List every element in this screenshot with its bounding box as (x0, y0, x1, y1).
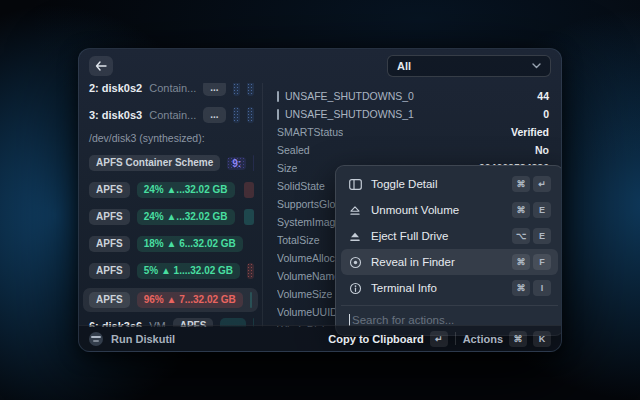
disk-list-sidebar: 2: disk0s2 Contain... ... 3: disk0s3 Con… (79, 83, 263, 327)
list-item-apfs-volume-selected[interactable]: APFS 96% ▲ 7...32.02 GB (83, 288, 258, 312)
list-item-apfs-volume-4[interactable]: APFS 5% ▲ 1....32.02 GB (89, 261, 254, 281)
marker-bar (277, 109, 279, 120)
detail-label: UNSAFE_SHUTDOWNS_0 (285, 90, 414, 102)
fs-type-badge: APFS (89, 182, 130, 199)
filter-dropdown-value: All (397, 60, 411, 72)
marker-bar (277, 91, 279, 102)
window-footer: Run Diskutil Copy to Clipboard ↵ Actions… (79, 325, 561, 351)
truncated-badge: ... (203, 83, 225, 96)
key-cmd: ⌘ (512, 176, 530, 192)
menu-item-label: Toggle Detail (371, 178, 437, 190)
key-return: ↵ (430, 331, 448, 347)
key-k: K (533, 331, 551, 347)
back-arrow-icon (95, 61, 107, 71)
info-icon (348, 281, 362, 295)
key-cmd: ⌘ (512, 254, 530, 270)
pattern-badge (253, 155, 254, 171)
usage-badge: 24% ▲...32.02 GB (137, 182, 235, 199)
menu-item-label: Terminal Info (371, 282, 437, 294)
detail-value: 44 (537, 90, 549, 102)
key-i: I (533, 280, 551, 296)
detail-label: UNSAFE_SHUTDOWNS_1 (285, 108, 414, 120)
list-item-apfs-volume-2[interactable]: APFS 24% ▲...32.02 GB (89, 207, 254, 227)
scheme-badge: APFS Container Scheme (89, 155, 220, 172)
detail-label: SolidState (277, 180, 325, 192)
mini-badge (250, 292, 252, 308)
menu-item-reveal-in-finder[interactable]: Reveal in Finder ⌘ F (341, 249, 558, 275)
usage-badge: 24% ▲...32.02 GB (137, 209, 235, 226)
actions-menu: Toggle Detail ⌘ ↵ Unmount Volume ⌘ E Eje… (335, 165, 562, 336)
section-header-dev-disk3: /dev/disk3 (synthesized): (89, 132, 254, 144)
menu-item-label: Unmount Volume (371, 204, 459, 216)
detail-label: VolumeSize (277, 288, 332, 300)
count-tag: 9: (227, 157, 246, 170)
detail-row: UNSAFE_SHUTDOWNS_0 44 (277, 87, 549, 105)
key-e: E (533, 228, 551, 244)
usage-badge: 18% ▲ 6...32.02 GB (137, 236, 243, 253)
key-option: ⌥ (512, 228, 530, 244)
actions-button-label: Actions (463, 333, 503, 345)
detail-row: UNSAFE_SHUTDOWNS_1 0 (277, 105, 549, 123)
eject-icon (348, 203, 362, 217)
back-button[interactable] (89, 56, 113, 76)
detail-label: VolumeName (277, 270, 340, 282)
detail-label: VolumeUUID (277, 306, 338, 318)
primary-action-label: Copy to Clipboard (328, 333, 423, 345)
mini-badge (244, 182, 254, 198)
pattern-badge (247, 263, 254, 279)
detail-value: Verified (511, 126, 549, 138)
copy-to-clipboard-button[interactable]: Copy to Clipboard ↵ (328, 331, 447, 347)
menu-item-label: Eject Full Drive (371, 230, 448, 242)
menu-item-terminal-info[interactable]: Terminal Info ⌘ I (341, 275, 558, 301)
detail-row: SMARTStatus Verified (277, 123, 549, 141)
list-item-apfs-container-scheme[interactable]: APFS Container Scheme 9: (89, 153, 254, 173)
usage-badge: 5% ▲ 1....32.02 GB (137, 263, 240, 280)
detail-label: Size (277, 162, 297, 174)
fs-type-badge: APFS (89, 292, 130, 309)
mini-badge (244, 209, 254, 225)
list-item-apfs-volume-3[interactable]: APFS 18% ▲ 6...32.02 GB (89, 234, 254, 254)
list-item-apfs-volume-1[interactable]: APFS 24% ▲...32.02 GB (89, 180, 254, 200)
pattern-badge (247, 107, 254, 123)
footer-divider (455, 332, 456, 345)
detail-value: No (535, 144, 549, 156)
fs-type-badge: APFS (89, 209, 130, 226)
key-return: ↵ (533, 176, 551, 192)
diskutil-app-icon (89, 332, 103, 346)
detail-label: Sealed (277, 144, 310, 156)
disk-title: 2: disk0s2 (89, 83, 142, 94)
menu-item-unmount-volume[interactable]: Unmount Volume ⌘ E (341, 197, 558, 223)
list-item-disk0s2[interactable]: 2: disk0s2 Contain... ... (89, 83, 254, 98)
disk-subtitle: Contain... (149, 109, 196, 121)
usage-badge-critical: 96% ▲ 7...32.02 GB (137, 292, 243, 309)
key-e: E (533, 202, 551, 218)
detail-row: Sealed No (277, 141, 549, 159)
window-header: All (79, 49, 561, 83)
pattern-badge (233, 107, 240, 123)
menu-item-toggle-detail[interactable]: Toggle Detail ⌘ ↵ (341, 171, 558, 197)
list-item-disk0s3[interactable]: 3: disk0s3 Contain... ... (89, 105, 254, 125)
detail-label: SystemImage (277, 216, 341, 228)
pattern-badge (233, 83, 240, 96)
eye-icon (348, 255, 362, 269)
key-cmd: ⌘ (512, 202, 530, 218)
detail-value: 0 (543, 108, 549, 120)
detail-label: TotalSize (277, 234, 320, 246)
truncated-badge: ... (203, 107, 225, 124)
actions-button[interactable]: Actions ⌘ K (463, 331, 551, 347)
command-label: Run Diskutil (111, 333, 175, 345)
pattern-badge (247, 83, 254, 96)
raycast-window: All 2: disk0s2 Contain... ... 3: disk0s3… (78, 48, 562, 352)
key-f: F (533, 254, 551, 270)
fs-type-badge: APFS (89, 263, 130, 280)
chevron-down-icon (532, 63, 541, 69)
menu-item-eject-full-drive[interactable]: Eject Full Drive ⌥ E (341, 223, 558, 249)
disk-subtitle: Contain... (149, 83, 196, 94)
key-cmd: ⌘ (512, 280, 530, 296)
disk-title: 3: disk0s3 (89, 109, 142, 121)
fs-type-badge: APFS (89, 236, 130, 253)
detail-label: SMARTStatus (277, 126, 343, 138)
key-cmd: ⌘ (509, 331, 527, 347)
eject-icon (348, 229, 362, 243)
filter-dropdown[interactable]: All (387, 55, 551, 77)
